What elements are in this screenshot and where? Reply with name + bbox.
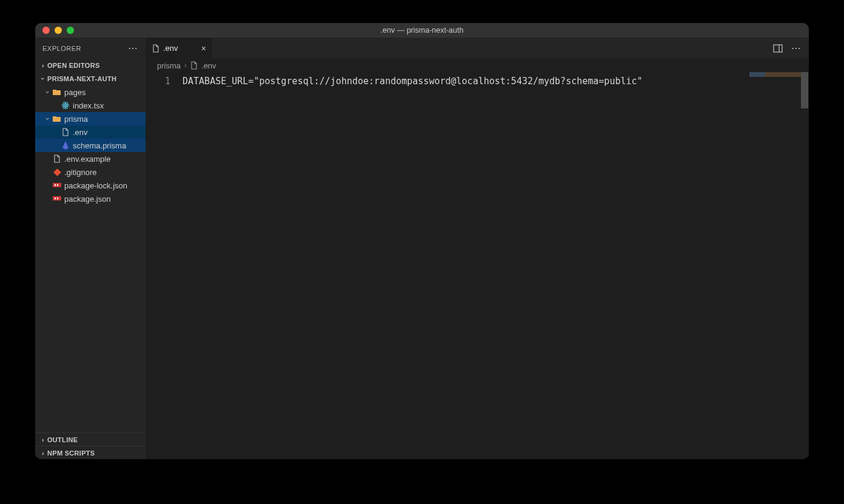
chevron-right-icon: ›	[39, 436, 47, 443]
breadcrumbs[interactable]: prisma › .env	[146, 59, 809, 72]
section-open-editors[interactable]: › OPEN EDITORS	[35, 59, 146, 72]
editor-area: .env × ⋯ prisma › .env	[146, 38, 809, 459]
code-content[interactable]: DATABASE_URL="postgresql://johndoe:rando…	[183, 72, 643, 459]
more-icon[interactable]: ⋯	[128, 42, 138, 54]
chevron-right-icon: ›	[39, 449, 47, 457]
file-schema-prisma[interactable]: schema.prisma	[35, 139, 146, 152]
explorer-sidebar: EXPLORER ⋯ › OPEN EDITORS › PRISMA-NEXT-…	[35, 38, 146, 459]
react-icon	[61, 101, 70, 110]
window-title: .env — prisma-next-auth	[35, 26, 809, 35]
minimap[interactable]	[749, 72, 802, 77]
section-label: NPM SCRIPTS	[47, 449, 95, 457]
file-package-json[interactable]: package.json	[35, 192, 146, 205]
file-icon	[152, 44, 159, 53]
folder-icon	[52, 88, 62, 96]
tab-actions: ⋯	[773, 38, 809, 59]
close-window-button[interactable]	[42, 27, 50, 34]
folder-prisma[interactable]: › prisma	[35, 112, 146, 125]
tab-label: .env	[163, 44, 178, 53]
file-env-example[interactable]: .env.example	[35, 152, 146, 165]
code-editor[interactable]: 1 DATABASE_URL="postgresql://johndoe:ran…	[146, 72, 809, 459]
file-label: package.json	[64, 194, 111, 204]
file-gitignore[interactable]: .gitignore	[35, 165, 146, 179]
file-label: .gitignore	[64, 168, 96, 177]
chevron-down-icon: ›	[44, 114, 52, 123]
file-label: index.tsx	[73, 101, 104, 110]
breadcrumb-file[interactable]: .env	[201, 61, 216, 70]
section-npm-scripts[interactable]: › NPM SCRIPTS	[35, 446, 146, 459]
chevron-right-icon: ›	[39, 62, 47, 69]
file-tree: › pages index.tsx ›	[35, 85, 146, 433]
npm-icon	[52, 182, 62, 188]
prisma-icon	[61, 141, 70, 150]
folder-pages[interactable]: › pages	[35, 85, 146, 99]
file-label: package-lock.json	[64, 181, 127, 190]
svg-rect-11	[774, 45, 782, 52]
section-outline[interactable]: › OUTLINE	[35, 433, 146, 446]
file-package-lock[interactable]: package-lock.json	[35, 179, 146, 192]
folder-icon	[52, 115, 62, 122]
file-icon	[52, 154, 62, 163]
chevron-down-icon: ›	[44, 88, 52, 96]
svg-point-0	[65, 105, 67, 107]
section-label: OPEN EDITORS	[47, 62, 100, 69]
minimize-window-button[interactable]	[55, 27, 62, 34]
line-number: 1	[146, 73, 170, 90]
svg-rect-7	[57, 184, 58, 186]
svg-rect-9	[55, 197, 56, 199]
svg-rect-6	[55, 184, 56, 186]
breadcrumb-folder[interactable]: prisma	[157, 61, 181, 70]
line-gutter: 1	[146, 72, 183, 459]
git-icon	[52, 168, 62, 176]
section-label: OUTLINE	[47, 436, 78, 443]
tabbar: .env × ⋯	[146, 38, 809, 59]
file-icon	[190, 61, 198, 70]
section-project[interactable]: › PRISMA-NEXT-AUTH	[35, 72, 146, 85]
maximize-window-button[interactable]	[67, 27, 74, 34]
file-env[interactable]: .env	[35, 125, 146, 139]
sidebar-bottom-sections: › OUTLINE › NPM SCRIPTS	[35, 433, 146, 459]
chevron-down-icon: ›	[39, 75, 47, 83]
explorer-title: EXPLORER	[42, 45, 81, 52]
npm-icon	[52, 196, 62, 202]
app-window: .env — prisma-next-auth EXPLORER ⋯ › OPE…	[35, 23, 809, 459]
file-index-tsx[interactable]: index.tsx	[35, 99, 146, 112]
split-editor-icon[interactable]	[773, 44, 783, 53]
section-label: PRISMA-NEXT-AUTH	[47, 75, 116, 82]
svg-rect-4	[53, 168, 61, 176]
titlebar: .env — prisma-next-auth	[35, 23, 809, 38]
tab-env[interactable]: .env ×	[146, 38, 213, 59]
close-icon[interactable]: ×	[201, 44, 206, 53]
traffic-lights	[35, 27, 74, 34]
scrollbar-thumb[interactable]	[801, 72, 808, 108]
svg-rect-10	[57, 197, 58, 199]
file-icon	[61, 128, 70, 136]
sidebar-header: EXPLORER ⋯	[35, 38, 146, 59]
file-label: .env	[73, 128, 88, 137]
chevron-right-icon: ›	[184, 61, 187, 70]
folder-label: pages	[64, 88, 85, 97]
file-label: schema.prisma	[73, 141, 126, 150]
file-label: .env.example	[64, 154, 110, 164]
more-icon[interactable]: ⋯	[791, 42, 802, 54]
folder-label: prisma	[64, 114, 88, 124]
